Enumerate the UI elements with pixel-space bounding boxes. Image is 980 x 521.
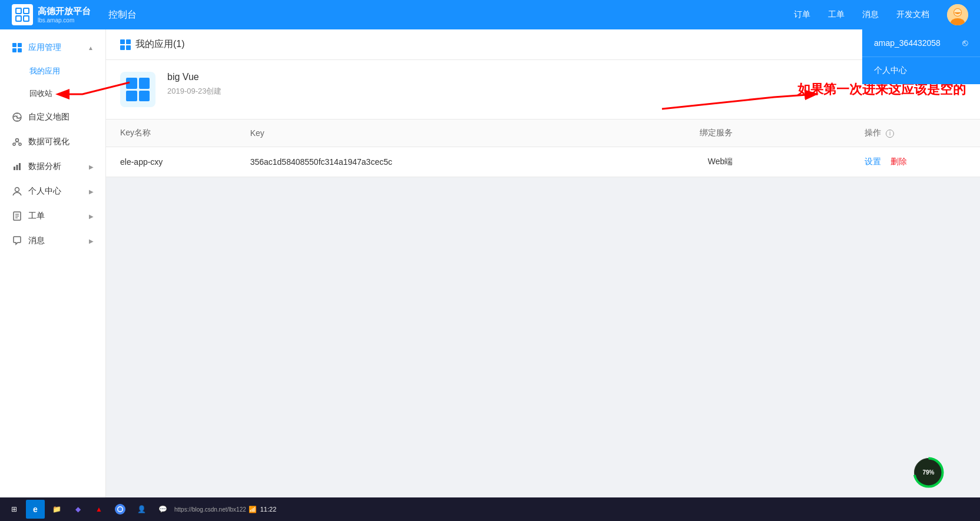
data-viz-icon: [12, 137, 22, 147]
logout-icon[interactable]: ⎋: [962, 38, 968, 48]
logo[interactable]: 高德开放平台 lbs.amap.com: [12, 4, 91, 25]
svg-line-21: [17, 142, 19, 144]
nav-title: 控制台: [108, 9, 137, 21]
sidebar-label-work-order: 工单: [28, 211, 45, 221]
svg-rect-7: [24, 16, 28, 21]
logo-icon: [12, 4, 33, 25]
sidebar-item-work-order[interactable]: 工单 ▶: [0, 204, 105, 228]
sidebar-item-my-apps[interactable]: 我的应用: [0, 60, 105, 82]
nav-links: 订单 工单 消息 开发文档: [794, 4, 968, 25]
nav-link-docs[interactable]: 开发文档: [896, 9, 929, 20]
svg-line-20: [15, 142, 18, 144]
col-actions: 操作 i: [850, 120, 980, 147]
taskbar-wechat[interactable]: 💬: [153, 500, 172, 519]
sidebar-label-app-management: 应用管理: [28, 42, 61, 53]
sidebar-item-recycle[interactable]: 回收站: [0, 82, 105, 105]
sidebar-item-app-management[interactable]: 应用管理 ▲: [0, 35, 105, 60]
nav-link-workorder[interactable]: 工单: [828, 9, 845, 20]
logo-text: 高德开放平台 lbs.amap.com: [38, 6, 91, 24]
sidebar-label-message: 消息: [28, 235, 45, 246]
personal-center-icon: [12, 186, 22, 197]
app-icon-square-1: [126, 78, 137, 89]
svg-point-17: [16, 139, 19, 142]
taskbar: ⊞ e 📁 ◆ ▲ 👤 💬 https://blog.csdn.net/lbx1…: [0, 497, 980, 521]
taskbar-vs[interactable]: ◆: [68, 500, 87, 519]
user-dropdown: amap_364432058 ⎋ 个人中心: [862, 29, 980, 84]
app-icon-square-2: [139, 78, 150, 89]
taskbar-network-icon: 📶: [249, 506, 257, 513]
info-icon[interactable]: i: [886, 130, 894, 138]
taskbar-url-display: https://blog.csdn.net/lbx122: [174, 506, 246, 513]
svg-rect-33: [126, 45, 131, 50]
logo-subtitle: lbs.amap.com: [38, 17, 91, 24]
main-content: 我的应用(1) big Vue 2019-09-23创建 如果第一次进来这应该是…: [106, 29, 980, 521]
content-header: 我的应用(1): [106, 29, 980, 60]
svg-rect-31: [126, 39, 131, 44]
col-key: Key: [236, 120, 548, 147]
svg-point-19: [19, 143, 21, 145]
logo-title: 高德开放平台: [38, 6, 91, 17]
delete-button[interactable]: 删除: [890, 157, 907, 166]
sidebar-item-personal-center[interactable]: 个人中心 ▶: [0, 179, 105, 204]
data-analysis-icon: [12, 161, 22, 172]
chevron-right-icon-3: ▶: [89, 213, 94, 220]
svg-rect-22: [14, 167, 15, 170]
keys-table: Key名称 Key 绑定服务 操作 i ele-app-cxy 356ac1d5…: [106, 120, 980, 177]
taskbar-person[interactable]: 👤: [132, 500, 151, 519]
app-icon-square-3: [126, 91, 137, 102]
sidebar-item-data-viz[interactable]: 数据可视化: [0, 130, 105, 154]
svg-rect-12: [12, 43, 16, 47]
svg-rect-30: [120, 39, 125, 44]
sidebar-label-custom-map: 自定义地图: [28, 112, 69, 122]
app-card: big Vue 2019-09-23创建 如果第一次进来这应该是空的: [106, 60, 980, 120]
page-title: 我的应用(1): [135, 38, 185, 51]
nav-link-message[interactable]: 消息: [862, 9, 879, 20]
top-navigation: 高德开放平台 lbs.amap.com 控制台 订单 工单 消息 开发文档: [0, 0, 980, 29]
taskbar-folder[interactable]: 📁: [47, 500, 66, 519]
cell-key-value: 356ac1d58408550fc314a1947a3cec5c: [236, 147, 548, 177]
svg-text:79%: 79%: [922, 469, 934, 476]
svg-rect-6: [16, 16, 21, 21]
taskbar-ie[interactable]: e: [26, 500, 45, 519]
svg-rect-32: [120, 45, 125, 50]
user-avatar[interactable]: [947, 4, 968, 25]
taskbar-start[interactable]: ⊞: [5, 500, 24, 519]
sidebar-item-message[interactable]: 消息 ▶: [0, 228, 105, 253]
sidebar-label-data-analysis: 数据分析: [28, 161, 61, 172]
sidebar-label-data-viz: 数据可视化: [28, 137, 69, 147]
col-key-name: Key名称: [106, 120, 236, 147]
app-name: big Vue: [167, 72, 762, 82]
app-icon: [120, 72, 155, 107]
dropdown-username: amap_364432058 ⎋: [862, 29, 980, 57]
app-info: big Vue 2019-09-23创建: [167, 72, 762, 97]
settings-button[interactable]: 设置: [865, 157, 881, 166]
header-icon: [120, 39, 131, 50]
message-icon: [12, 235, 22, 246]
svg-rect-15: [18, 48, 22, 52]
personal-center-menu-item[interactable]: 个人中心: [862, 57, 980, 84]
cell-key-name: ele-app-cxy: [106, 147, 236, 177]
sidebar-item-custom-map[interactable]: 自定义地图: [0, 105, 105, 130]
taskbar-right-icons: 📶 11:22: [249, 506, 277, 513]
chevron-right-icon-2: ▶: [89, 188, 94, 195]
circle-progress: 79%: [912, 456, 945, 489]
sidebar-item-data-analysis[interactable]: 数据分析 ▶: [0, 154, 105, 179]
sidebar-label-personal-center: 个人中心: [28, 186, 61, 197]
svg-point-18: [13, 143, 15, 145]
svg-rect-4: [16, 9, 21, 13]
svg-rect-23: [16, 165, 18, 170]
app-icon-square-4: [139, 91, 150, 102]
taskbar-chrome[interactable]: [111, 500, 130, 519]
nav-link-order[interactable]: 订单: [794, 9, 810, 20]
app-date: 2019-09-23创建: [167, 86, 762, 97]
svg-point-36: [118, 507, 122, 512]
table: Key名称 Key 绑定服务 操作 i ele-app-cxy 356ac1d5…: [106, 120, 980, 177]
table-row: ele-app-cxy 356ac1d58408550fc314a1947a3c…: [106, 147, 980, 177]
cell-actions: 设置 删除: [850, 147, 980, 177]
taskbar-red-icon[interactable]: ▲: [90, 500, 108, 519]
custom-map-icon: [12, 112, 22, 122]
svg-rect-14: [12, 48, 16, 52]
main-layout: 应用管理 ▲ 我的应用 回收站 自定义地图: [0, 29, 980, 521]
sidebar: 应用管理 ▲ 我的应用 回收站 自定义地图: [0, 29, 106, 521]
app-icon-grid: [126, 78, 150, 101]
